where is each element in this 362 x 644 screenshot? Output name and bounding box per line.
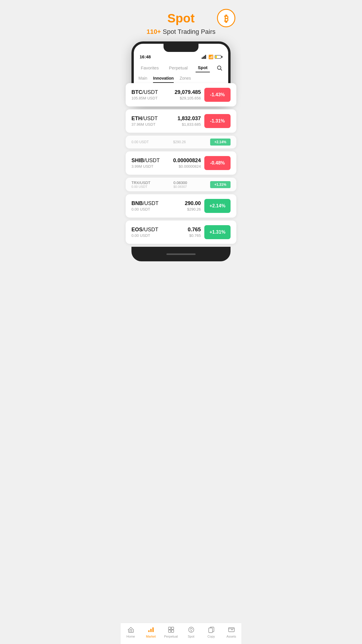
market-icon — [147, 626, 155, 634]
page-subtitle: 110+ Spot Trading Pairs — [126, 28, 236, 36]
subtitle-rest: Spot Trading Pairs — [161, 28, 215, 35]
nav-home-label: Home — [126, 635, 135, 638]
svg-rect-9 — [168, 630, 171, 632]
trx-change-badge: +1.31% — [210, 181, 231, 188]
nav-assets[interactable]: Assets — [221, 626, 241, 638]
nav-home[interactable]: Home — [121, 626, 141, 638]
nav-perpetual-label: Perpetual — [164, 635, 178, 638]
card-price-bnb: 290.00 $290.26 — [166, 200, 201, 211]
svg-point-2 — [217, 66, 221, 69]
subtitle-highlight: 110+ — [147, 28, 161, 35]
status-bar: 16:48 📶 — [134, 52, 228, 60]
card-symbol-btc: BTC/USDT — [131, 89, 166, 95]
trade-card-shib[interactable]: SHIB/USDT 3.99M USDT 0.00000824 $0.00000… — [126, 151, 236, 175]
svg-point-11 — [189, 627, 194, 632]
subtab-zones[interactable]: Zones — [180, 75, 191, 83]
card-price-btc: 29,079.485 $29,105.656 — [166, 89, 201, 100]
card-left-eth: ETH/USDT 37.96M USDT — [131, 116, 166, 127]
card-volume-eth: 37.96M USDT — [131, 122, 166, 127]
home-icon — [127, 626, 135, 634]
phone-bottom-stub — [131, 247, 231, 261]
spot-icon — [187, 626, 195, 634]
card-volume-shib: 3.99M USDT — [131, 164, 166, 169]
partial-row-middle: 0.00 USDT $290.26 +2.14% — [126, 136, 236, 148]
card-change-eos: +1.31% — [204, 225, 231, 239]
card-volume-bnb: 0.00 USDT — [131, 207, 166, 211]
tab-perpetual[interactable]: Perpetual — [167, 64, 190, 72]
card-change-eth: -1.31% — [204, 114, 231, 128]
card-volume-btc: 105.85M USDT — [131, 96, 166, 100]
card-left-eos: EOS/USDT 0.00 USDT — [131, 227, 166, 238]
nav-copy-label: Copy — [208, 635, 215, 638]
nav-copy[interactable]: Copy — [201, 626, 221, 638]
svg-rect-4 — [148, 630, 150, 632]
svg-text:₿: ₿ — [224, 14, 229, 23]
card-price-eos: 0.765 $0.765 — [166, 227, 201, 238]
nav-spot-label: Spot — [188, 635, 194, 638]
battery-icon — [215, 55, 222, 59]
nav-market[interactable]: Market — [141, 626, 161, 638]
svg-rect-5 — [150, 629, 152, 632]
svg-rect-7 — [168, 627, 171, 629]
card-left-bnb: BNB/USDT 0.00 USDT — [131, 200, 166, 211]
subtab-innovation[interactable]: Innovation — [153, 75, 174, 83]
trade-cards-container: BTC/USDT 105.85M USDT 29,079.485 $29,105… — [126, 83, 236, 261]
partial-change-green: +2.14% — [210, 139, 231, 146]
card-left-shib: SHIB/USDT 3.99M USDT — [131, 158, 166, 169]
signal-bars-icon — [202, 55, 206, 59]
tab-spot[interactable]: Spot — [196, 63, 210, 72]
status-time: 16:48 — [140, 54, 151, 59]
card-symbol-shib: SHIB/USDT — [131, 158, 166, 164]
partial-row-trx: TRX/USDT 0.00 USDT 0.08300 $0.08307 +1.3… — [126, 178, 236, 191]
card-symbol-eth: ETH/USDT — [131, 116, 166, 122]
trade-card-btc[interactable]: BTC/USDT 105.85M USDT 29,079.485 $29,105… — [126, 83, 236, 106]
home-indicator — [166, 253, 196, 255]
svg-line-3 — [221, 69, 222, 70]
subtab-main[interactable]: Main — [138, 75, 147, 83]
card-symbol-eos: EOS/USDT — [131, 227, 166, 233]
card-change-shib: -0.48% — [204, 156, 231, 170]
nav-perpetual[interactable]: Perpetual — [161, 626, 181, 638]
nav-assets-label: Assets — [226, 635, 236, 638]
nav-market-label: Market — [146, 635, 156, 638]
trade-card-eth[interactable]: ETH/USDT 37.96M USDT 1,832.037 $1,833.68… — [126, 109, 236, 133]
bottom-navigation: Home Market Perpetual — [121, 623, 241, 644]
market-nav-tabs: Favorites Perpetual Spot — [134, 60, 228, 72]
trade-card-bnb[interactable]: BNB/USDT 0.00 USDT 290.00 $290.26 +2.14% — [126, 194, 236, 218]
svg-point-12 — [191, 630, 192, 631]
card-change-btc: -1.43% — [204, 88, 231, 102]
nav-spot[interactable]: Spot — [181, 626, 201, 638]
svg-rect-10 — [171, 630, 174, 632]
svg-rect-6 — [152, 627, 154, 632]
assets-icon — [228, 626, 235, 634]
wifi-icon: 📶 — [208, 55, 213, 59]
card-price-eth: 1,832.037 $1,833.685 — [166, 116, 201, 127]
perpetual-icon — [167, 626, 175, 634]
sub-tabs: Main Innovation Zones — [134, 72, 228, 83]
tab-favorites[interactable]: Favorites — [138, 64, 161, 72]
trade-card-eos[interactable]: EOS/USDT 0.00 USDT 0.765 $0.765 +1.31% — [126, 220, 236, 244]
svg-rect-14 — [209, 628, 212, 633]
card-symbol-bnb: BNB/USDT — [131, 200, 166, 206]
card-left-btc: BTC/USDT 105.85M USDT — [131, 89, 166, 100]
status-icons: 📶 — [202, 55, 222, 59]
card-change-bnb: +2.14% — [204, 199, 231, 213]
svg-rect-8 — [171, 627, 174, 629]
bitcoin-icon: ₿ — [217, 9, 236, 27]
card-volume-eos: 0.00 USDT — [131, 233, 166, 238]
search-button[interactable] — [215, 64, 224, 72]
copy-icon — [208, 626, 215, 634]
card-price-shib: 0.00000824 $0.00000824 — [166, 158, 201, 169]
